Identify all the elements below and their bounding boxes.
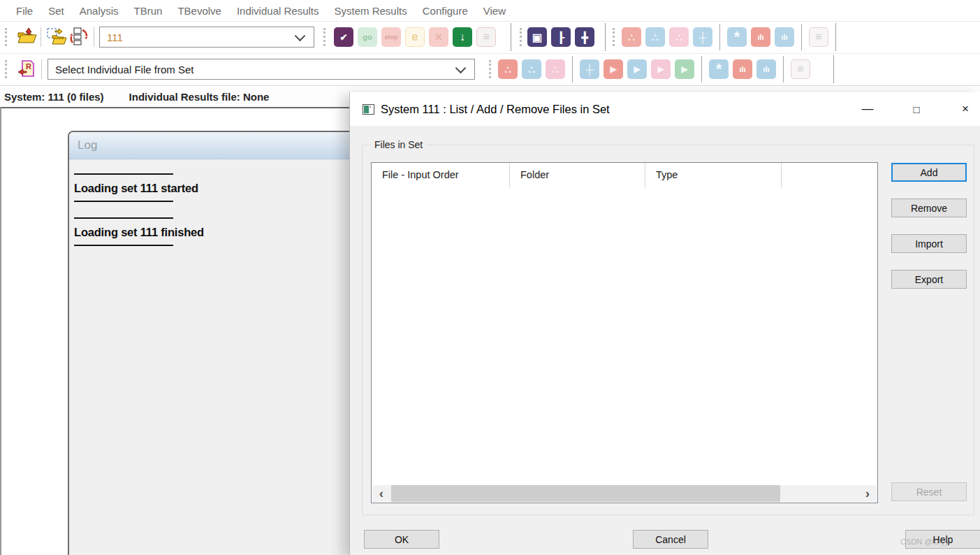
toolbar-action-icons: ✔gostope×↓≡	[334, 23, 500, 51]
reset-button: Reset	[891, 482, 967, 501]
individual-report-icon[interactable]: ≡	[791, 59, 810, 79]
system-windmill-icon[interactable]: *	[727, 27, 747, 47]
column-header-folder[interactable]: Folder	[510, 163, 645, 188]
select-region-icon[interactable]: ▣	[527, 27, 547, 47]
toolbar-separator	[719, 24, 720, 50]
set-combobox-value: 111	[100, 31, 296, 43]
individual-file-combobox[interactable]: Select Individual File from Set	[47, 59, 475, 80]
ok-button[interactable]: OK	[364, 530, 439, 549]
toolbar-separator	[783, 56, 784, 82]
system-callgraph-red-icon[interactable]: ∴	[622, 27, 641, 47]
menu-individual-results[interactable]: Individual Results	[229, 5, 327, 17]
toolbar-grip[interactable]	[323, 28, 328, 46]
edit-e-icon[interactable]: e	[405, 27, 425, 47]
run-red-icon[interactable]: ▶	[604, 59, 623, 79]
toolbar-separator	[572, 56, 573, 82]
checklist-icon[interactable]: ✔	[334, 27, 353, 47]
individual-callgraph-blue-icon[interactable]: ∴	[522, 59, 541, 79]
menu-set[interactable]: Set	[41, 5, 72, 17]
files-in-set-label: Files in Set	[371, 139, 426, 150]
toolbar-system-icons: ∴∴∴┼*ılıılı≡	[622, 23, 833, 51]
remove-button[interactable]: Remove	[891, 199, 967, 217]
toolbar-grip[interactable]	[520, 28, 524, 46]
menu-tbevolve[interactable]: TBevolve	[170, 5, 229, 17]
toolbar-view-icons: ▣┠╋	[527, 23, 599, 51]
log-body: Loading set 111 started Loading set 111 …	[69, 159, 359, 246]
individual-callgraph-pink-icon[interactable]: ∴	[546, 59, 565, 79]
individual-flowgraph-icon[interactable]: ┼	[580, 59, 599, 79]
system-report-icon[interactable]: ≡	[809, 27, 828, 47]
toolbar-grip[interactable]	[613, 28, 617, 46]
close-button[interactable]: ×	[949, 92, 980, 126]
toolbar-separator	[41, 27, 41, 47]
scrollbar-thumb[interactable]	[391, 485, 780, 502]
scroll-left-arrow[interactable]: ‹	[372, 485, 390, 502]
status-individual-results: Individual Results file: None	[129, 91, 270, 103]
system-metrics-blue-icon[interactable]: ılı	[775, 27, 794, 47]
files-table: File - Input Order Folder Type ‹ ›	[371, 162, 878, 503]
log-panel-title: Log	[78, 138, 97, 152]
toolbar-grip[interactable]	[5, 60, 9, 78]
toolbar-divider	[0, 53, 980, 54]
svg-text:R: R	[26, 62, 31, 71]
horizontal-scrollbar[interactable]: ‹ ›	[372, 485, 877, 502]
dialog-titlebar[interactable]: System 111 : List / Add / Remove Files i…	[350, 92, 980, 126]
toolbar-separator	[801, 24, 802, 50]
individual-file-combobox-value: Select Individual File from Set	[48, 64, 457, 75]
scroll-right-arrow[interactable]: ›	[858, 485, 877, 502]
import-button[interactable]: Import	[891, 234, 967, 253]
node-link-icon[interactable]: ┠	[551, 27, 571, 47]
menu-system-results[interactable]: System Results	[327, 5, 415, 17]
menu-configure[interactable]: Configure	[415, 5, 476, 17]
go-run-icon[interactable]: go	[358, 27, 377, 47]
toolbar-grip[interactable]	[5, 28, 9, 46]
run-blue-icon[interactable]: ▶	[627, 59, 647, 79]
menu-file[interactable]: File	[8, 5, 41, 17]
individual-callgraph-red-icon[interactable]: ∴	[498, 59, 518, 79]
column-header-type[interactable]: Type	[645, 163, 782, 188]
menu-bar: File Set Analysis TBrun TBevolve Individ…	[0, 0, 980, 22]
crosshair-icon[interactable]: ╋	[575, 27, 594, 47]
toolbar-grip[interactable]	[489, 60, 493, 78]
log-divider	[74, 217, 173, 219]
toolbar-separator	[605, 23, 606, 51]
menu-tbrun[interactable]: TBrun	[126, 5, 170, 17]
reload-set-icon[interactable]	[70, 26, 91, 47]
individual-metrics-red-icon[interactable]: ılı	[733, 59, 752, 79]
files-table-header: File - Input Order Folder Type	[372, 163, 877, 188]
report-doc-icon[interactable]: ≡	[476, 27, 496, 47]
run-green-icon[interactable]: ▶	[675, 59, 694, 79]
open-set-icon[interactable]	[15, 26, 38, 47]
help-button[interactable]: Help	[905, 530, 980, 549]
dialog-title: System 111 : List / Add / Remove Files i…	[381, 103, 610, 116]
column-header-file-input-order[interactable]: File - Input Order	[372, 163, 510, 188]
system-metrics-red-icon[interactable]: ılı	[751, 27, 770, 47]
export-button[interactable]: Export	[891, 270, 967, 289]
export-results-icon[interactable]: ↓	[453, 27, 472, 47]
individual-results-file-icon[interactable]: R	[17, 59, 36, 80]
run-pink-icon[interactable]: ▶	[651, 59, 671, 79]
log-entry: Loading set 111 finished	[74, 226, 359, 239]
maximize-button[interactable]: □	[900, 92, 933, 126]
toolbar-separator	[701, 56, 702, 82]
log-entry: Loading set 111 started	[74, 182, 359, 195]
minimize-button[interactable]: —	[851, 92, 884, 126]
system-callgraph-pink-icon[interactable]: ∴	[669, 27, 689, 47]
menu-view[interactable]: View	[476, 5, 513, 17]
set-combobox[interactable]: 111	[99, 27, 314, 48]
cancel-button[interactable]: Cancel	[633, 530, 708, 549]
load-set-icon[interactable]	[47, 26, 68, 47]
add-button[interactable]: Add	[891, 163, 967, 182]
menu-analysis[interactable]: Analysis	[72, 5, 126, 17]
log-panel-titlebar[interactable]: Log	[69, 132, 359, 159]
system-flowgraph-blue-icon[interactable]: ┼	[693, 27, 712, 47]
log-divider	[74, 245, 173, 246]
system-callgraph-blue-icon[interactable]: ∴	[645, 27, 665, 47]
delete-x-icon[interactable]: ×	[429, 27, 448, 47]
toolbar-separator	[833, 55, 834, 83]
toolbar-separator	[41, 59, 42, 79]
individual-metrics-blue-icon[interactable]: ılı	[756, 59, 776, 79]
individual-windmill-icon[interactable]: *	[709, 59, 729, 79]
chevron-down-icon	[295, 30, 306, 41]
stop-icon[interactable]: stop	[381, 27, 401, 47]
